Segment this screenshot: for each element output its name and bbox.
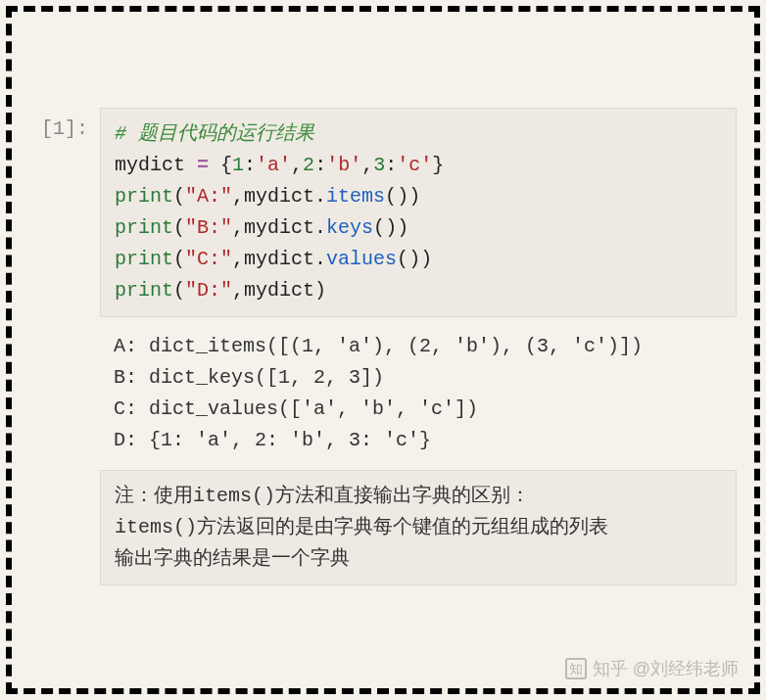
- code-token: ,: [361, 154, 373, 176]
- code-token: ): [397, 216, 408, 239]
- code-token: print: [115, 248, 173, 270]
- code-token: :: [385, 154, 397, 176]
- code-token: 2: [303, 154, 314, 176]
- code-token: ): [408, 248, 420, 270]
- output-prompt-spacer: [29, 317, 100, 327]
- note-cell: 注：使用items()方法和直接输出字典的区别：items()方法返回的是由字典…: [100, 470, 737, 585]
- code-token: ): [420, 248, 432, 270]
- code-token: =: [185, 154, 220, 176]
- notebook-content: [1]: # 题目代码的运行结果 mydict = {1:'a',2:'b',3…: [29, 29, 737, 671]
- code-token: 3: [373, 154, 385, 176]
- output-line: C: dict_values(['a', 'b', 'c']): [114, 397, 478, 420]
- watermark-text: 知乎 @刘经纬老师: [593, 657, 739, 680]
- code-token: }: [432, 154, 444, 176]
- code-token: {: [220, 154, 232, 176]
- code-output-cell: A: dict_items([(1, 'a'), (2, 'b'), (3, '…: [100, 317, 737, 470]
- code-input-cell: # 题目代码的运行结果 mydict = {1:'a',2:'b',3:'c'}…: [100, 108, 737, 317]
- code-token: .: [314, 185, 326, 208]
- code-token: (: [397, 248, 408, 270]
- code-token: .: [314, 248, 326, 270]
- code-token: :: [244, 154, 256, 176]
- code-token: ): [397, 185, 408, 208]
- code-token: ,: [232, 216, 244, 239]
- code-token: (: [373, 216, 385, 239]
- code-token: 1: [232, 154, 244, 176]
- zhihu-logo-icon: 知: [565, 658, 587, 679]
- code-token: mydict: [115, 154, 185, 176]
- code-token: (: [173, 279, 185, 302]
- output-line: D: {1: 'a', 2: 'b', 3: 'c'}: [114, 429, 431, 451]
- code-token: mydict: [244, 248, 314, 270]
- note-prompt-spacer: [29, 470, 100, 480]
- cell-prompt: [1]:: [29, 108, 100, 140]
- code-token: mydict: [244, 279, 314, 302]
- code-cell-row: [1]: # 题目代码的运行结果 mydict = {1:'a',2:'b',3…: [29, 108, 737, 317]
- code-token: mydict: [244, 185, 314, 208]
- code-token: "D:": [185, 279, 232, 302]
- code-token: ,: [232, 279, 244, 302]
- code-token: "C:": [185, 248, 232, 270]
- code-token: ): [385, 216, 397, 239]
- output-line: B: dict_keys([1, 2, 3]): [114, 366, 384, 389]
- note-line: items()方法返回的是由字典每个键值的元组组成的列表: [115, 512, 722, 543]
- note-line: 注：使用items()方法和直接输出字典的区别：: [115, 481, 722, 512]
- code-token: "B:": [185, 216, 232, 239]
- code-token: "A:": [185, 185, 232, 208]
- code-token: 'b': [326, 154, 361, 176]
- code-token: print: [115, 216, 173, 239]
- code-token: 'c': [397, 154, 432, 176]
- code-token: :: [314, 154, 326, 176]
- code-token: keys: [326, 216, 373, 239]
- code-comment: # 题目代码的运行结果: [115, 122, 314, 145]
- code-token: (: [173, 185, 185, 208]
- code-token: ,: [291, 154, 303, 176]
- output-line: A: dict_items([(1, 'a'), (2, 'b'), (3, '…: [114, 335, 643, 357]
- note-line: 输出字典的结果是一个字典: [115, 543, 722, 575]
- code-token: ,: [232, 185, 244, 208]
- output-cell-row: A: dict_items([(1, 'a'), (2, 'b'), (3, '…: [29, 317, 737, 470]
- code-token: ): [314, 279, 326, 302]
- code-token: values: [326, 248, 397, 270]
- code-token: .: [314, 216, 326, 239]
- code-token: (: [173, 248, 185, 270]
- note-cell-row: 注：使用items()方法和直接输出字典的区别：items()方法返回的是由字典…: [29, 470, 737, 585]
- code-token: ,: [232, 248, 244, 270]
- watermark: 知 知乎 @刘经纬老师: [565, 657, 739, 680]
- code-token: ): [408, 185, 420, 208]
- code-token: 'a': [256, 154, 291, 176]
- code-token: (: [173, 216, 185, 239]
- code-token: print: [115, 279, 173, 302]
- code-token: mydict: [244, 216, 314, 239]
- code-token: items: [326, 185, 385, 208]
- code-token: (: [385, 185, 397, 208]
- code-token: print: [115, 185, 173, 208]
